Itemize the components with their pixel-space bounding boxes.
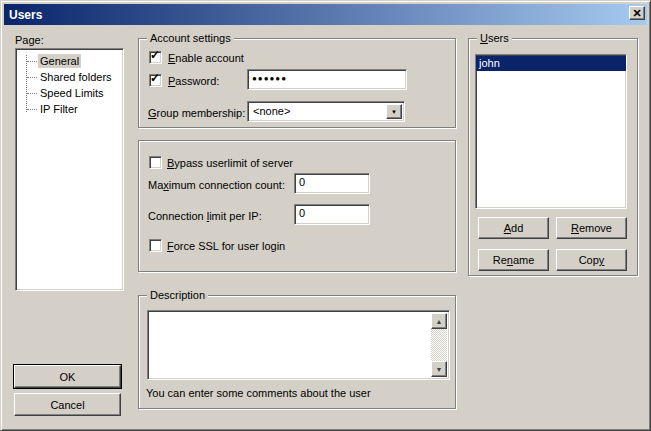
close-button[interactable]: ✕: [629, 6, 645, 20]
group-membership-value: <none>: [250, 104, 386, 119]
users-group-title: Users: [477, 31, 512, 45]
description-hint: You can enter some comments about the us…: [146, 386, 371, 400]
group-membership-select[interactable]: <none> ▼: [247, 101, 405, 122]
description-title: Description: [147, 288, 208, 302]
tree-item-shared-folders[interactable]: Shared folders: [16, 69, 123, 85]
description-textarea[interactable]: ▲ ▼: [147, 310, 450, 380]
password-label[interactable]: Password:: [168, 74, 219, 88]
close-icon: ✕: [632, 7, 641, 20]
ok-button[interactable]: OK: [14, 365, 121, 388]
tree-item-speed-limits[interactable]: Speed Limits: [16, 85, 123, 101]
connection-limit-per-ip-label: Connection limit per IP:: [148, 209, 262, 223]
window-title: Users: [9, 8, 42, 22]
checkmark-icon: ✓: [150, 71, 160, 85]
password-checkbox[interactable]: ✓: [149, 74, 162, 87]
scroll-down-icon: ▼: [436, 366, 443, 373]
users-group: Users john Add Remove Rename Copy: [468, 38, 638, 276]
connection-limit-per-ip-input[interactable]: 0: [294, 204, 370, 225]
scroll-up-icon: ▲: [436, 318, 443, 325]
bypass-userlimit-label[interactable]: Bypass userlimit of server: [167, 156, 293, 170]
account-settings-group: Account settings ✓ Enable account ✓ Pass…: [138, 38, 456, 128]
account-settings-title: Account settings: [147, 31, 234, 45]
tree-item-ip-filter[interactable]: IP Filter: [16, 101, 123, 117]
enable-account-checkbox[interactable]: ✓: [149, 51, 162, 64]
cancel-button[interactable]: Cancel: [14, 393, 121, 416]
bypass-userlimit-checkbox[interactable]: ✓: [149, 156, 162, 169]
list-item-john[interactable]: john: [476, 56, 626, 71]
force-ssl-label[interactable]: Force SSL for user login: [167, 239, 285, 253]
connection-limits-group: ✓ Bypass userlimit of server Maximum con…: [138, 140, 456, 272]
scroll-up-button[interactable]: ▲: [431, 313, 447, 329]
scrollbar[interactable]: ▲ ▼: [431, 313, 447, 377]
password-input[interactable]: ●●●●●●: [247, 69, 407, 90]
max-connection-count-input[interactable]: 0: [294, 173, 370, 194]
force-ssl-checkbox[interactable]: ✓: [149, 239, 162, 252]
rename-button[interactable]: Rename: [478, 249, 549, 271]
enable-account-label[interactable]: Enable account: [168, 51, 244, 65]
add-button[interactable]: Add: [478, 217, 549, 239]
max-connection-count-label: Maximum connection count:: [148, 178, 285, 192]
page-label: Page:: [15, 33, 44, 47]
checkmark-icon: ✓: [150, 48, 160, 62]
users-dialog: Users ✕ Page: General Shared folders Spe…: [0, 0, 651, 431]
titlebar: Users ✕: [4, 4, 647, 25]
chevron-down-icon: ▼: [391, 109, 397, 115]
tree-item-general[interactable]: General: [16, 53, 123, 69]
copy-button[interactable]: Copy: [556, 249, 627, 271]
remove-button[interactable]: Remove: [556, 217, 627, 239]
description-group: Description ▲ ▼ You can enter some comme…: [138, 295, 456, 409]
page-tree[interactable]: General Shared folders Speed Limits IP F…: [15, 48, 124, 291]
dropdown-button[interactable]: ▼: [386, 104, 402, 119]
group-membership-label: Group membership:: [148, 106, 245, 120]
scroll-down-button[interactable]: ▼: [431, 361, 447, 377]
users-list[interactable]: john: [475, 54, 627, 209]
